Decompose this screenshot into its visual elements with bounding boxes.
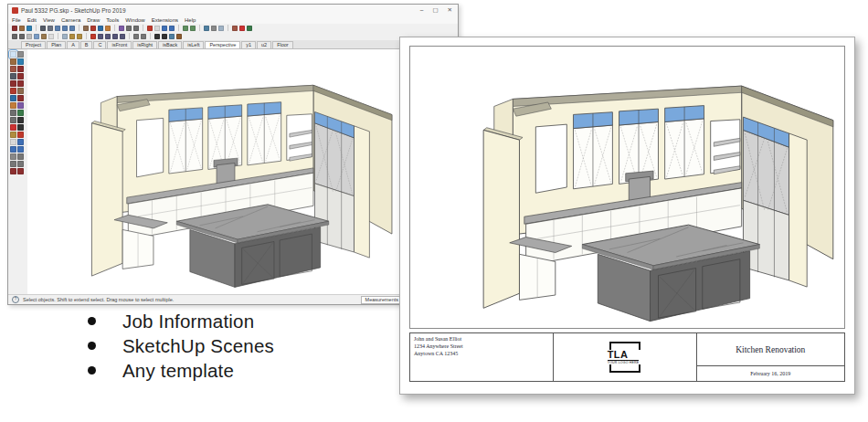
- rotate-tool-icon[interactable]: [10, 95, 16, 101]
- tape-measure-icon[interactable]: [126, 26, 132, 31]
- menu-draw[interactable]: Draw: [87, 17, 100, 23]
- measurements-field[interactable]: Measurements: [361, 296, 403, 304]
- front-view-icon[interactable]: [105, 34, 111, 39]
- protractor-tool-icon[interactable]: [10, 117, 16, 123]
- make-component-tool-icon[interactable]: [10, 58, 16, 65]
- menu-extensions[interactable]: Extensions: [152, 17, 178, 23]
- section-cuts-icon[interactable]: [77, 34, 82, 39]
- minimize-button[interactable]: –: [420, 5, 424, 16]
- previous-view-tool-icon[interactable]: [10, 153, 16, 160]
- 3d-text-tool-icon[interactable]: [17, 124, 24, 131]
- scene-tab-u2[interactable]: u2: [257, 41, 271, 48]
- shadows-icon[interactable]: [211, 26, 217, 31]
- scene-tab-floor[interactable]: Floor: [272, 41, 293, 48]
- polygon-tool-icon[interactable]: [17, 80, 24, 87]
- zoom-window-tool-icon[interactable]: [10, 146, 16, 153]
- undo-icon[interactable]: [183, 26, 188, 31]
- menu-window[interactable]: Window: [125, 17, 144, 23]
- paint-bucket-icon[interactable]: [26, 26, 32, 31]
- pan-tool-icon[interactable]: [10, 139, 16, 145]
- menu-help[interactable]: Help: [185, 17, 196, 23]
- monochrome-icon[interactable]: [48, 34, 54, 39]
- dimension-icon[interactable]: [247, 26, 252, 31]
- move-tool-icon[interactable]: [10, 88, 16, 94]
- arc-tool-icon[interactable]: [10, 80, 16, 87]
- scene-tab-y1[interactable]: y1: [241, 41, 256, 48]
- scene-tab-a[interactable]: A: [67, 41, 79, 48]
- circle-tool-icon[interactable]: [17, 73, 24, 79]
- protractor-icon[interactable]: [133, 26, 139, 31]
- xray-icon[interactable]: [62, 34, 68, 39]
- text-tool-icon[interactable]: [17, 117, 24, 123]
- solid-tools-icon[interactable]: [17, 168, 24, 174]
- offset-icon[interactable]: [119, 26, 124, 31]
- pushpull-tool-icon[interactable]: [17, 88, 24, 94]
- intersect-tool-icon[interactable]: [10, 168, 16, 174]
- model-info-icon[interactable]: [169, 34, 175, 39]
- rectangle-icon[interactable]: [55, 26, 60, 31]
- materials-icon[interactable]: [176, 34, 182, 39]
- make-component-icon[interactable]: [19, 26, 25, 31]
- eraser-tool-icon[interactable]: [10, 66, 16, 72]
- dimension-tool-icon[interactable]: [17, 110, 24, 116]
- look-around-icon[interactable]: [141, 34, 146, 39]
- menu-camera[interactable]: Camera: [61, 17, 80, 23]
- menu-tools[interactable]: Tools: [106, 17, 119, 23]
- help-icon[interactable]: ?: [12, 296, 19, 303]
- right-view-icon[interactable]: [112, 34, 118, 39]
- arc-icon[interactable]: [69, 26, 75, 31]
- scene-tab-isright[interactable]: isRight: [132, 41, 157, 48]
- maximize-button[interactable]: ▢: [432, 5, 438, 16]
- lasso-tool-icon[interactable]: [17, 51, 24, 58]
- rotate-icon[interactable]: [98, 26, 103, 31]
- zoom-icon[interactable]: [162, 26, 167, 31]
- 3d-text-icon[interactable]: [162, 34, 167, 39]
- scene-tab-isback[interactable]: isBack: [158, 41, 182, 48]
- look-around-tool-icon[interactable]: [10, 161, 16, 167]
- zoom-tool-icon[interactable]: [17, 139, 24, 145]
- axes-icon[interactable]: [239, 26, 245, 31]
- axes-tool-icon[interactable]: [10, 124, 16, 131]
- styles-icon[interactable]: [204, 26, 209, 31]
- pushpull-icon[interactable]: [83, 26, 89, 31]
- scene-tab-c[interactable]: C: [93, 41, 106, 48]
- scene-tab-isleft[interactable]: isLeft: [183, 41, 204, 48]
- shaded-icon[interactable]: [34, 34, 39, 39]
- menu-view[interactable]: View: [43, 17, 55, 23]
- walk-tool-icon[interactable]: [17, 161, 24, 167]
- fog-icon[interactable]: [218, 26, 224, 31]
- text-icon[interactable]: [154, 34, 160, 39]
- scene-tab-project[interactable]: Project: [21, 41, 46, 48]
- rectangle-tool-icon[interactable]: [17, 66, 24, 72]
- menu-file[interactable]: File: [12, 17, 21, 23]
- scene-tab-b[interactable]: B: [80, 41, 93, 48]
- scale-tool-icon[interactable]: [10, 102, 16, 109]
- menu-edit[interactable]: Edit: [27, 17, 37, 23]
- shaded-textures-icon[interactable]: [41, 34, 47, 39]
- position-camera-tool-icon[interactable]: [17, 153, 24, 160]
- section-tool-icon[interactable]: [10, 132, 16, 138]
- line-icon[interactable]: [40, 26, 46, 31]
- walk-icon[interactable]: [133, 34, 139, 39]
- orbit-icon[interactable]: [147, 26, 153, 31]
- pan-icon[interactable]: [154, 26, 160, 31]
- section-plane-icon[interactable]: [69, 34, 75, 39]
- drawing-viewport[interactable]: [27, 49, 403, 295]
- circle-icon[interactable]: [62, 26, 68, 31]
- scene-tab-perspective[interactable]: Perspective: [205, 41, 240, 48]
- layout-page[interactable]: John and Susan Elliot1234 Anywhere Stree…: [399, 37, 855, 395]
- hidden-line-icon[interactable]: [26, 34, 32, 39]
- close-button[interactable]: ✕: [448, 5, 452, 16]
- scene-tab-isfront[interactable]: isFront: [107, 41, 132, 48]
- follow-me-tool-icon[interactable]: [17, 95, 24, 101]
- orbit-tool-icon[interactable]: [17, 132, 24, 138]
- back-edges-icon[interactable]: [12, 34, 17, 39]
- scene-tab-plan[interactable]: Plan: [47, 41, 66, 48]
- paint-tool-icon[interactable]: [17, 58, 24, 65]
- select-tool-icon[interactable]: [10, 51, 16, 58]
- freehand-icon[interactable]: [48, 26, 53, 31]
- eraser-icon[interactable]: [232, 26, 238, 31]
- top-view-icon[interactable]: [98, 34, 103, 39]
- back-view-icon[interactable]: [120, 34, 125, 39]
- redo-icon[interactable]: [190, 26, 196, 31]
